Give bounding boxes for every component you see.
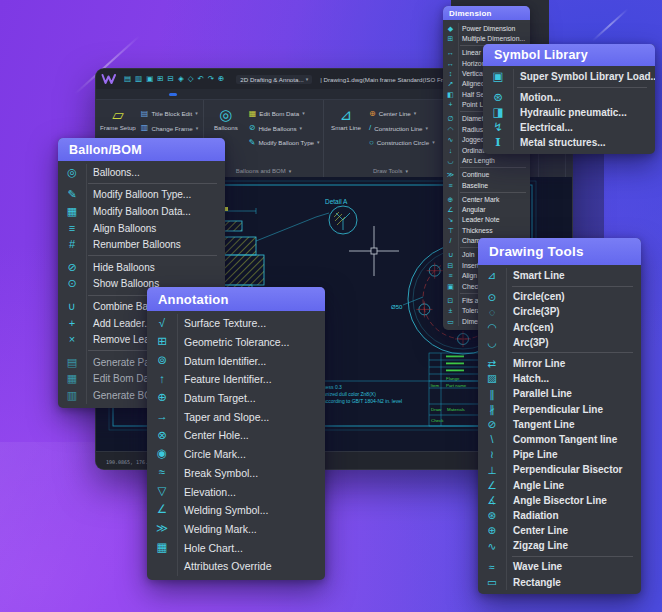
menu-item[interactable]: ⊘Tangent Line <box>478 417 641 432</box>
ribbon-group-label-text: Balloons and BOM <box>236 168 286 174</box>
menu-item[interactable]: ∦Perpendicular Line <box>478 402 641 417</box>
menu-item[interactable]: ∠Angular <box>443 204 530 214</box>
ribbon-button-label: Edit Bom Data <box>259 110 299 117</box>
chevron-down-icon: ▾ <box>195 111 198 116</box>
menu-item[interactable]: ▦Hole Chart... <box>147 538 325 557</box>
plot-preview-icon[interactable]: ◈ <box>178 75 184 83</box>
menu-item[interactable]: √Surface Texture... <box>147 314 325 333</box>
menu-item[interactable]: ≫Continue <box>443 169 530 179</box>
menu-item[interactable]: ∥Parallel Line <box>478 386 641 401</box>
print-icon[interactable]: ⊟ <box>168 75 174 83</box>
menu-item[interactable]: ⊙Circle(cen) <box>478 289 641 304</box>
insert-dimension-icon: ⊟ <box>443 262 458 269</box>
menu-item[interactable]: ▨Hatch... <box>478 371 641 386</box>
menu-item[interactable]: ⇄Mirror Line <box>478 356 641 371</box>
mirror-line-icon: ⇄ <box>478 358 506 369</box>
menu-item[interactable]: ▦Modify Balloon Data... <box>58 203 225 220</box>
menu-item[interactable]: ↑Feature Identifier... <box>147 370 325 389</box>
ribbon-button-center-line[interactable]: ⊕Center Line▾ <box>369 108 435 119</box>
ribbon-button-title-block-edit[interactable]: ▤Title Block Edit▾ <box>141 108 199 119</box>
menu-item[interactable]: ◉Circle Mark... <box>147 445 325 464</box>
menu-item[interactable]: ◡Arc Length <box>443 155 530 165</box>
ribbon-group-label: Draw Tools▾ <box>324 165 457 177</box>
baseline-dimension-icon: ≡ <box>443 182 458 189</box>
screenshot-root: ▤▥▣⊞⊟◈◇↶↷⊕ 2D Drafting & Annota... ▾ | D… <box>0 0 662 612</box>
chevron-down-icon: ▾ <box>289 169 292 174</box>
3d-view-icon[interactable]: ◇ <box>188 75 194 83</box>
menu-item[interactable]: ≈Break Symbol... <box>147 464 325 483</box>
menu-item[interactable]: ⊥Perpendicular Bisector <box>478 462 641 477</box>
online-icon[interactable]: ⊕ <box>218 75 224 83</box>
detail-label: Detail A <box>325 198 348 205</box>
menu-item[interactable]: ◆Power Dimension <box>443 23 530 33</box>
menu-item[interactable]: ≫Welding Mark... <box>147 520 325 539</box>
menu-item[interactable]: ↯Electrical... <box>483 120 655 135</box>
menu-item[interactable]: ◠Arc(cen) <box>478 320 641 335</box>
menu-item[interactable]: ⊚Datum Identifier... <box>147 351 325 370</box>
ribbon-button-construction-line[interactable]: /Construction Line▾ <box>369 123 435 134</box>
menu-item[interactable]: ⊘Hide Balloons <box>58 259 225 276</box>
menu-item[interactable]: ≡Align Balloons <box>58 220 225 237</box>
ribbon-button-edit-bom-data[interactable]: ▦Edit Bom Data▾ <box>249 108 319 119</box>
menu-item[interactable]: ▣Super Symbol Library Load... <box>483 69 655 84</box>
menu-item[interactable]: IMetal structures... <box>483 135 655 150</box>
menu-item[interactable]: ∡Angle Bisector Line <box>478 493 641 508</box>
ribbon-button-hide-balloons[interactable]: ⊘Hide Balloons▾ <box>249 123 319 134</box>
menu-item[interactable]: ∿Zigzag Line <box>478 538 641 553</box>
menu-item[interactable]: ↘Leader Note <box>443 215 530 225</box>
menu-item[interactable]: Attributes Override <box>147 557 325 576</box>
edit-bom-data-icon: ▦ <box>58 373 86 384</box>
panel-drawing-tools: Drawing Tools ⊿Smart Line⊙Circle(cen)◌Ci… <box>478 238 641 594</box>
leader-note-icon: ↘ <box>443 216 458 223</box>
menu-separator <box>88 255 217 256</box>
menu-item[interactable]: ⊤Thickness <box>443 225 530 235</box>
menu-item[interactable]: ◡Arc(3P) <box>478 335 641 350</box>
menu-item[interactable]: ∠Welding Symbol... <box>147 501 325 520</box>
chevron-down-icon: ▾ <box>432 140 435 145</box>
menu-item[interactable]: \Common Tangent line <box>478 432 641 447</box>
menu-item[interactable]: ⊕Datum Target... <box>147 389 325 408</box>
menu-item[interactable]: ⊛Radiation <box>478 508 641 523</box>
menu-item[interactable]: →Taper and Slope... <box>147 407 325 426</box>
save-icon[interactable]: ▣ <box>146 75 153 83</box>
balloons-icon: ◎ <box>219 107 232 122</box>
horizontal-dimension-icon: ↔ <box>443 60 458 67</box>
menu-item[interactable]: ⊕Center Mark <box>443 194 530 204</box>
redo-icon[interactable]: ↷ <box>208 75 214 83</box>
menu-item[interactable]: ⊿Smart Line <box>478 268 641 283</box>
new-file-icon[interactable]: ▤ <box>124 75 131 83</box>
menu-item[interactable]: ◎Balloons... <box>58 164 225 181</box>
menu-item[interactable]: ≈Wave Line <box>478 559 641 574</box>
quick-access-toolbar: ▤▥▣⊞⊟◈◇↶↷⊕ <box>124 75 224 83</box>
menu-item[interactable]: ◨Hydraulic pneumatic... <box>483 105 655 120</box>
menu-item[interactable]: ✎Modify Balloon Type... <box>58 187 225 204</box>
motion-icon: ⊛ <box>483 92 513 104</box>
ribbon-tab[interactable] <box>169 93 177 96</box>
menu-item[interactable]: ⊛Motion... <box>483 90 655 105</box>
workspace-dropdown[interactable]: 2D Drafting & Annota... ▾ <box>236 75 312 84</box>
menu-item[interactable]: ⊗Center Hole... <box>147 426 325 445</box>
menu-item[interactable]: ⊞Multiple Dimension... <box>443 33 530 43</box>
menu-item[interactable]: ≀Pipe Line <box>478 447 641 462</box>
ribbon-button-construction-circle[interactable]: ○Construction Circle▾ <box>369 137 435 148</box>
rectangle-icon: ▭ <box>478 577 506 588</box>
radius-dimension-icon: ◠ <box>443 126 458 133</box>
menu-item[interactable]: ∠Angle Line <box>478 477 641 492</box>
menu-item[interactable]: ≡Baseline <box>443 180 530 190</box>
ribbon-button-modify-balloon-type[interactable]: ✎Modify Balloon Type▾ <box>249 137 319 148</box>
menu-item[interactable]: ▭Rectangle <box>478 575 641 590</box>
menu-item[interactable]: #Renumber Balloons <box>58 236 225 253</box>
ribbon-button-smart-line[interactable]: ⊿Smart Line <box>328 103 364 165</box>
menu-item[interactable]: ⊕Center Line <box>478 523 641 538</box>
menu-item[interactable]: ◌Circle(3P) <box>478 304 641 319</box>
save-as-icon[interactable]: ⊞ <box>157 75 163 83</box>
menu-separator <box>512 352 633 353</box>
menu-item[interactable]: ▽Elevation... <box>147 482 325 501</box>
continue-dimension-icon: ≫ <box>443 171 458 178</box>
undo-icon[interactable]: ↶ <box>197 75 203 83</box>
ribbon-button-change-frame[interactable]: ▥Change Frame▾ <box>141 123 199 134</box>
icon-glyph: ⊟ <box>168 74 174 83</box>
panel-title: Annotation <box>147 287 325 311</box>
menu-item[interactable]: ⊞Geometric Tolerance... <box>147 333 325 352</box>
open-file-icon[interactable]: ▥ <box>135 75 142 83</box>
